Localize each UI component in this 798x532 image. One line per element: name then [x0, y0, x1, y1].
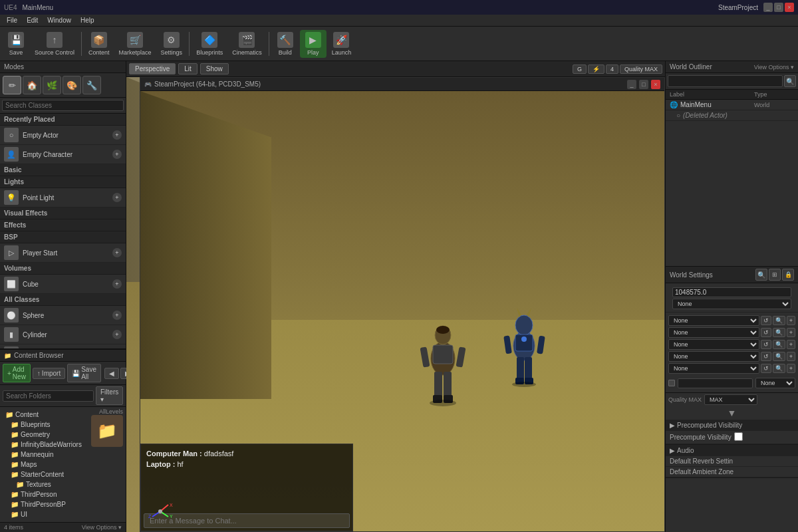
quality-select[interactable]: MAX — [704, 394, 757, 405]
toolbar-content[interactable]: 📦 Content — [84, 30, 114, 58]
none-select-4[interactable]: None — [668, 351, 759, 362]
small-select[interactable]: None — [755, 378, 795, 388]
none-select-3[interactable]: None — [668, 339, 759, 350]
wo-search-input[interactable] — [668, 75, 783, 87]
details-find-btn-4[interactable]: 🔍 — [773, 352, 785, 361]
details-find-btn-3[interactable]: 🔍 — [773, 340, 785, 349]
point-light-add-btn[interactable]: + — [112, 193, 122, 202]
folder-blueprints[interactable]: 📁 Blueprints — [3, 420, 86, 430]
details-lock-btn[interactable]: 🔒 — [782, 269, 794, 281]
folder-content[interactable]: 📁 Content — [3, 410, 86, 420]
game-minimize-btn[interactable]: _ — [627, 80, 636, 89]
vp-cam-speed[interactable]: 4 — [606, 65, 618, 74]
wo-item-mainmenu[interactable]: 🌐 MainMenu World — [666, 100, 798, 110]
details-add-btn-4[interactable]: + — [787, 352, 795, 361]
folder-ui[interactable]: 📁 UI — [3, 509, 86, 519]
menu-file[interactable]: File — [3, 15, 21, 25]
details-clear-btn-4[interactable]: ↺ — [761, 352, 771, 361]
category-recently-placed[interactable]: Recently Placed — [0, 114, 126, 126]
add-new-button[interactable]: + Add New — [3, 364, 31, 382]
toolbar-cinematics[interactable]: 🎬 Cinematics — [228, 30, 266, 58]
player-start-add-btn[interactable]: + — [112, 248, 122, 257]
precompute-visibility-checkbox[interactable] — [734, 432, 743, 441]
mode-landscape[interactable]: 🏠 — [23, 76, 41, 94]
category-basic[interactable]: Basic — [0, 164, 126, 176]
folder-third-person-bp[interactable]: 📁 ThirdPersonBP — [3, 499, 86, 509]
folder-search-input[interactable] — [3, 390, 94, 402]
category-bsp[interactable]: BSP — [0, 231, 126, 243]
place-item-sphere[interactable]: ⚪ Sphere + — [0, 306, 126, 325]
details-find-btn-5[interactable]: 🔍 — [773, 364, 785, 373]
vp-tab-show[interactable]: Show — [200, 63, 229, 74]
menu-edit[interactable]: Edit — [23, 15, 42, 25]
game-close-btn[interactable]: × — [651, 80, 660, 89]
details-dropdown[interactable]: None — [672, 299, 791, 309]
expand-btn[interactable]: ▼ — [728, 408, 737, 418]
category-visual-effects[interactable]: Visual Effects — [0, 207, 126, 219]
small-checkbox[interactable] — [668, 380, 675, 386]
folder-infinity-blade[interactable]: 📁 InfinityBladeWarriors — [3, 440, 86, 450]
chat-input-field[interactable] — [144, 513, 350, 528]
viewport-area[interactable]: 🎮 SteamProject (64-bit, PCD3D_SM5) _ □ × — [126, 77, 665, 532]
vp-snap-btn[interactable]: ⚡ — [588, 65, 604, 74]
details-search-btn[interactable]: 🔍 — [755, 269, 767, 281]
vp-realtime-btn[interactable]: G — [573, 65, 587, 74]
place-item-player-start[interactable]: ▷ Player Start + — [0, 243, 126, 263]
category-all-classes[interactable]: All Classes — [0, 294, 126, 306]
toolbar-play[interactable]: ▶ Play — [300, 30, 327, 58]
sphere-add-btn[interactable]: + — [112, 311, 122, 320]
details-clear-btn-2[interactable]: ↺ — [761, 328, 771, 337]
view-options-link[interactable]: View Options ▾ — [82, 524, 122, 531]
menu-help[interactable]: Help — [76, 15, 98, 25]
category-volumes[interactable]: Volumes — [0, 263, 126, 275]
small-value-input[interactable] — [678, 378, 753, 388]
audio-section-header[interactable]: ▶ Audio — [666, 445, 798, 456]
details-clear-btn-1[interactable]: ↺ — [761, 316, 771, 325]
none-select-2[interactable]: None — [668, 327, 759, 338]
toolbar-launch[interactable]: 🚀 Launch — [328, 30, 356, 58]
toolbar-save[interactable]: 💾 Save — [3, 30, 29, 58]
folder-textures[interactable]: 📁 Textures — [3, 479, 86, 489]
precomputed-visibility-header[interactable]: ▶ Precomputed Visibility — [666, 420, 798, 431]
details-grid-btn[interactable]: ⊞ — [769, 269, 781, 281]
details-add-btn-5[interactable]: + — [787, 364, 795, 373]
empty-actor-add-btn[interactable]: + — [112, 130, 122, 140]
maximize-button[interactable]: □ — [774, 3, 783, 12]
close-button[interactable]: × — [785, 3, 794, 12]
save-all-button[interactable]: 💾 Save All — [67, 364, 101, 382]
game-restore-btn[interactable]: □ — [639, 80, 648, 89]
vp-tab-lit[interactable]: Lit — [178, 63, 198, 74]
details-add-btn-3[interactable]: + — [787, 340, 795, 349]
none-select-1[interactable]: None — [668, 315, 759, 326]
place-item-cube[interactable]: ⬜ Cube + — [0, 275, 126, 294]
details-add-btn-2[interactable]: + — [787, 328, 795, 337]
search-classes-input[interactable] — [2, 100, 124, 111]
content-folder-item[interactable]: 📁 — [91, 415, 123, 447]
details-clear-btn-3[interactable]: ↺ — [761, 340, 771, 349]
back-button[interactable]: ◀ — [104, 368, 119, 379]
place-item-empty-character[interactable]: 👤 Empty Character + — [0, 145, 126, 164]
none-select-5[interactable]: None — [668, 363, 759, 374]
details-clear-btn-5[interactable]: ↺ — [761, 364, 771, 373]
mode-foliage[interactable]: 🌿 — [43, 76, 61, 94]
wo-item-deleted[interactable]: ○ (Deleted Actor) — [666, 110, 798, 121]
menu-window[interactable]: Window — [43, 15, 75, 25]
mode-select[interactable]: ✏ — [3, 76, 21, 94]
toolbar-build[interactable]: 🔨 Build — [272, 30, 299, 58]
import-button[interactable]: ↑ Import — [33, 368, 65, 379]
cube-add-btn[interactable]: + — [112, 279, 122, 289]
place-item-empty-actor[interactable]: ○ Empty Actor + — [0, 126, 126, 145]
place-item-point-light[interactable]: 💡 Point Light + — [0, 188, 126, 207]
empty-char-add-btn[interactable]: + — [112, 150, 122, 159]
details-find-btn-2[interactable]: 🔍 — [773, 328, 785, 337]
folder-third-person[interactable]: 📁 ThirdPerson — [3, 489, 86, 499]
minimize-button[interactable]: _ — [763, 3, 773, 12]
wo-search-go[interactable]: 🔍 — [784, 75, 796, 87]
toolbar-settings[interactable]: ⚙ Settings — [157, 30, 187, 58]
place-item-cylinder[interactable]: ▮ Cylinder + — [0, 325, 126, 344]
mode-geometry[interactable]: 🔧 — [82, 76, 101, 94]
toolbar-blueprints[interactable]: 🔷 Blueprints — [192, 30, 227, 58]
folder-mannequin[interactable]: 📁 Mannequin — [3, 450, 86, 460]
category-effects[interactable]: Effects — [0, 219, 126, 231]
vp-tab-perspective[interactable]: Perspective — [129, 63, 176, 74]
